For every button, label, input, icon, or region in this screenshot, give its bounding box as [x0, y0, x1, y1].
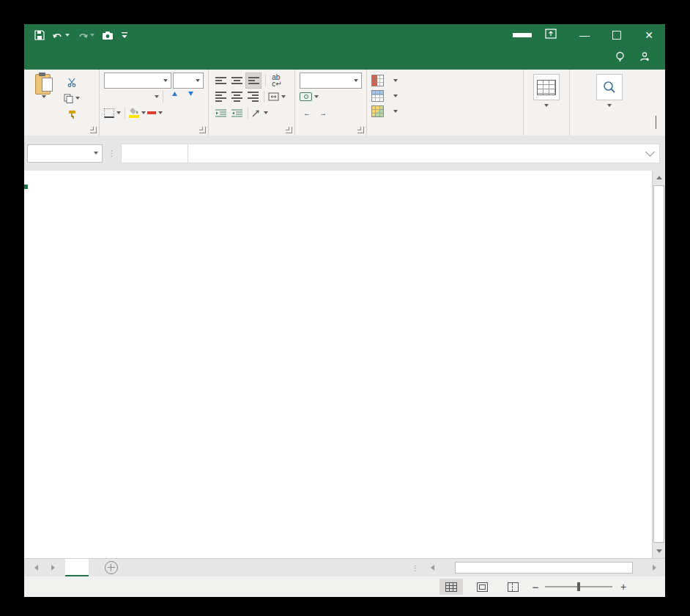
ribbon: abc↵	[24, 70, 665, 136]
borders-button[interactable]	[104, 105, 121, 120]
quick-access-toolbar	[24, 30, 128, 40]
format-as-table-icon	[371, 90, 384, 102]
font-group	[100, 70, 209, 136]
number-dialog-launcher[interactable]	[357, 127, 364, 133]
format-as-table-button[interactable]	[367, 88, 523, 103]
ribbon-tab-row	[24, 46, 665, 70]
redo-button[interactable]	[77, 31, 94, 40]
page-break-icon	[508, 582, 519, 592]
excel-window: — ✕	[24, 24, 665, 597]
align-bottom-button[interactable]	[245, 73, 261, 89]
tab-scroll-splitter[interactable]: ⋮	[412, 567, 419, 569]
page-layout-icon	[477, 582, 488, 592]
customize-qat-icon[interactable]	[121, 31, 128, 39]
expand-formula-bar-icon[interactable]	[645, 147, 655, 157]
bold-button[interactable]	[104, 89, 119, 104]
accounting-format-button[interactable]	[300, 89, 319, 104]
alignment-group: abc↵	[209, 70, 295, 136]
cells-table-icon	[537, 80, 556, 95]
page-break-view-button[interactable]	[501, 579, 524, 595]
name-box-dropdown-icon[interactable]	[94, 152, 98, 155]
align-middle-button[interactable]	[229, 73, 244, 88]
increase-decimal-button[interactable]: ←	[300, 105, 314, 120]
ribbon-tabs	[24, 46, 31, 70]
font-color-button[interactable]	[147, 105, 163, 120]
clipboard-dialog-launcher[interactable]	[90, 127, 97, 133]
scroll-up-icon[interactable]	[653, 171, 665, 184]
conditional-formatting-button[interactable]	[367, 73, 523, 88]
grow-font-button[interactable]	[167, 89, 182, 104]
align-right-button[interactable]	[245, 89, 260, 104]
zoom-slider[interactable]	[545, 586, 612, 587]
formula-bar: ⋮	[24, 136, 665, 171]
title-bar: — ✕	[24, 24, 665, 46]
cell-styles-icon	[371, 105, 384, 117]
next-sheet-icon[interactable]	[51, 565, 55, 571]
font-name-combo[interactable]	[104, 73, 171, 89]
signin-button[interactable]	[513, 33, 532, 37]
add-sheet-button[interactable]	[105, 561, 118, 574]
paste-clipboard-icon	[35, 73, 53, 94]
underline-button[interactable]	[136, 89, 151, 104]
help-lightbulb-icon[interactable]	[615, 51, 625, 65]
zoom-out-button[interactable]: −	[526, 581, 545, 593]
ribbon-display-options-icon[interactable]	[545, 29, 557, 42]
copy-button[interactable]	[64, 91, 80, 105]
normal-view-button[interactable]	[439, 579, 463, 595]
cells-button[interactable]	[524, 70, 569, 107]
font-size-combo[interactable]	[173, 73, 204, 89]
share-person-icon[interactable]	[639, 51, 650, 64]
scroll-down-icon[interactable]	[653, 544, 665, 557]
magnifier-icon	[603, 81, 616, 94]
number-group: ← →	[295, 70, 367, 136]
italic-button[interactable]	[120, 89, 135, 104]
conditional-formatting-icon	[371, 75, 384, 86]
sheet-tab-list1[interactable]	[65, 559, 89, 576]
increase-indent-button[interactable]	[229, 105, 244, 120]
merge-center-button[interactable]	[268, 89, 286, 104]
decrease-decimal-button[interactable]: →	[316, 105, 330, 120]
fill-color-button[interactable]	[129, 105, 146, 120]
editing-button[interactable]	[570, 70, 649, 107]
cell-styles-button[interactable]	[367, 103, 523, 119]
zoom-in-button[interactable]: +	[612, 581, 634, 593]
horizontal-scrollbar-thumb[interactable]	[455, 562, 633, 574]
hscroll-right-icon[interactable]	[648, 562, 661, 574]
sheet-tab-bar: ⋮	[24, 558, 665, 576]
minimize-button[interactable]: —	[568, 24, 601, 46]
clipboard-group	[24, 70, 100, 136]
vertical-scrollbar[interactable]	[652, 171, 665, 558]
wrap-text-button[interactable]: abc↵	[270, 73, 284, 88]
decrease-indent-button[interactable]	[213, 105, 228, 120]
cells-group	[524, 70, 570, 136]
formula-input[interactable]	[188, 144, 660, 163]
name-box[interactable]	[27, 144, 103, 163]
cut-button[interactable]	[64, 75, 80, 89]
page-layout-view-button[interactable]	[470, 579, 494, 595]
comma-style-button[interactable]	[336, 89, 351, 104]
align-center-button[interactable]	[229, 89, 244, 104]
prev-sheet-icon[interactable]	[34, 565, 38, 571]
save-icon[interactable]	[34, 30, 45, 40]
format-painter-button[interactable]	[64, 107, 80, 122]
percent-style-button[interactable]	[320, 89, 335, 104]
formula-bar-splitter[interactable]: ⋮	[108, 152, 116, 155]
collapse-ribbon-button[interactable]	[656, 116, 656, 130]
vertical-scrollbar-thumb[interactable]	[653, 185, 664, 543]
align-left-button[interactable]	[213, 89, 228, 104]
horizontal-scrollbar[interactable]	[440, 562, 647, 574]
zoom-slider-thumb[interactable]	[577, 582, 580, 591]
alignment-dialog-launcher[interactable]	[286, 127, 292, 133]
number-format-combo[interactable]	[300, 73, 362, 89]
orientation-button[interactable]	[252, 105, 268, 120]
paste-button[interactable]	[24, 73, 64, 122]
align-top-button[interactable]	[213, 73, 228, 88]
camera-icon[interactable]	[102, 31, 114, 40]
shrink-font-button[interactable]	[183, 89, 198, 104]
status-bar: − +	[24, 576, 665, 597]
maximize-button[interactable]	[601, 24, 633, 46]
hscroll-left-icon[interactable]	[426, 562, 439, 574]
undo-button[interactable]	[52, 31, 70, 40]
font-dialog-launcher[interactable]	[199, 127, 206, 133]
close-button[interactable]: ✕	[633, 24, 665, 46]
